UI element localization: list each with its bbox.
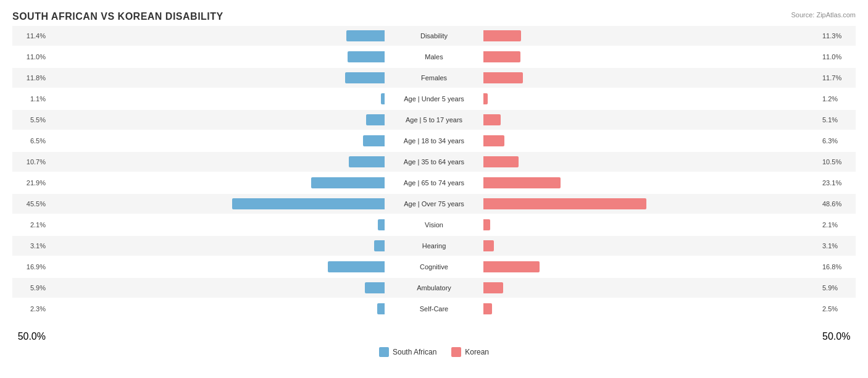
left-value: 11.0%: [12, 53, 49, 61]
source-text: Source: ZipAtlas.com: [791, 11, 856, 19]
table-row: 10.7%Age | 35 to 64 years10.5%: [12, 152, 856, 172]
legend: South African Korean: [12, 347, 856, 357]
bar-right: [483, 51, 520, 62]
row-label: Disability: [385, 32, 483, 40]
table-row: 5.5%Age | 5 to 17 years5.1%: [12, 110, 856, 130]
bar-left: [232, 198, 385, 209]
bar-left: [346, 30, 385, 41]
korean-label: Korean: [465, 348, 489, 356]
left-value: 11.4%: [12, 32, 49, 40]
bar-right: [483, 30, 521, 41]
row-label: Ambulatory: [385, 284, 483, 292]
bar-right: [483, 261, 540, 272]
left-value: 2.3%: [12, 305, 49, 313]
table-row: 45.5%Age | Over 75 years48.6%: [12, 194, 856, 214]
axis-row: 50.0% 50.0%: [12, 331, 856, 342]
table-row: 2.3%Self-Care2.5%: [12, 299, 856, 319]
table-row: 11.8%Females11.7%: [12, 68, 856, 88]
chart-container: SOUTH AFRICAN VS KOREAN DISABILITY Sourc…: [0, 0, 868, 378]
row-label: Females: [385, 74, 483, 82]
left-value: 45.5%: [12, 200, 49, 208]
right-value: 3.1%: [819, 242, 856, 250]
bar-right: [483, 303, 492, 314]
south-african-color-swatch: [379, 347, 389, 357]
bar-left: [363, 135, 385, 146]
bar-right: [483, 177, 561, 188]
right-value: 5.9%: [819, 284, 856, 292]
left-value: 3.1%: [12, 242, 49, 250]
left-value: 2.1%: [12, 221, 49, 229]
bar-right: [483, 198, 646, 209]
bars-center: Age | Over 75 years: [49, 194, 819, 214]
right-value: 2.5%: [819, 305, 856, 313]
bar-left: [328, 261, 385, 272]
right-value: 48.6%: [819, 200, 856, 208]
table-row: 11.0%Males11.0%: [12, 47, 856, 67]
bar-right: [483, 135, 504, 146]
right-value: 10.5%: [819, 158, 856, 166]
row-label: Self-Care: [385, 305, 483, 313]
bar-right: [483, 240, 494, 251]
bar-right: [483, 219, 490, 230]
bar-left: [349, 156, 385, 167]
bar-right: [483, 282, 503, 293]
row-label: Age | 18 to 34 years: [385, 137, 483, 145]
legend-item-south-african: South African: [379, 347, 436, 357]
table-row: 16.9%Cognitive16.8%: [12, 257, 856, 277]
bars-center: Age | 5 to 17 years: [49, 110, 819, 130]
row-label: Age | Over 75 years: [385, 200, 483, 208]
bars-center: Age | Under 5 years: [49, 89, 819, 109]
row-label: Hearing: [385, 242, 483, 250]
bar-left: [348, 51, 385, 62]
bars-center: Self-Care: [49, 299, 819, 319]
right-value: 16.8%: [819, 263, 856, 271]
bars-center: Disability: [49, 26, 819, 46]
left-value: 1.1%: [12, 95, 49, 103]
axis-right: 50.0%: [819, 331, 856, 342]
table-row: 2.1%Vision2.1%: [12, 215, 856, 235]
bars-center: Males: [49, 47, 819, 67]
row-label: Males: [385, 53, 483, 61]
right-value: 11.0%: [819, 53, 856, 61]
left-value: 21.9%: [12, 179, 49, 187]
row-label: Age | 5 to 17 years: [385, 116, 483, 124]
row-label: Vision: [385, 221, 483, 229]
row-label: Age | Under 5 years: [385, 95, 483, 103]
table-row: 21.9%Age | 65 to 74 years23.1%: [12, 173, 856, 193]
bar-right: [483, 156, 519, 167]
bar-left: [365, 282, 385, 293]
right-value: 5.1%: [819, 116, 856, 124]
table-row: 11.4%Disability11.3%: [12, 26, 856, 46]
left-value: 5.9%: [12, 284, 49, 292]
left-value: 5.5%: [12, 116, 49, 124]
row-label: Cognitive: [385, 263, 483, 271]
right-value: 11.3%: [819, 32, 856, 40]
chart-title: SOUTH AFRICAN VS KOREAN DISABILITY: [12, 11, 856, 22]
left-value: 10.7%: [12, 158, 49, 166]
table-row: 3.1%Hearing3.1%: [12, 236, 856, 256]
bar-left: [377, 303, 385, 314]
axis-left: 50.0%: [12, 331, 49, 342]
bars-center: Vision: [49, 215, 819, 235]
table-row: 5.9%Ambulatory5.9%: [12, 278, 856, 298]
bar-left: [378, 219, 385, 230]
table-row: 6.5%Age | 18 to 34 years6.3%: [12, 131, 856, 151]
row-label: Age | 65 to 74 years: [385, 179, 483, 187]
right-value: 23.1%: [819, 179, 856, 187]
bars-center: Cognitive: [49, 257, 819, 277]
korean-color-swatch: [451, 347, 461, 357]
bar-left: [366, 114, 385, 125]
south-african-label: South African: [393, 348, 436, 356]
bars-center: Age | 35 to 64 years: [49, 152, 819, 172]
bar-right: [483, 72, 523, 83]
left-value: 16.9%: [12, 263, 49, 271]
bar-right: [483, 114, 501, 125]
bar-right: [483, 93, 488, 104]
bar-left: [345, 72, 385, 83]
bars-center: Hearing: [49, 236, 819, 256]
left-value: 6.5%: [12, 137, 49, 145]
row-label: Age | 35 to 64 years: [385, 158, 483, 166]
bars-center: Age | 18 to 34 years: [49, 131, 819, 151]
chart-area: 11.4%Disability11.3%11.0%Males11.0%11.8%…: [12, 26, 856, 331]
table-row: 1.1%Age | Under 5 years1.2%: [12, 89, 856, 109]
